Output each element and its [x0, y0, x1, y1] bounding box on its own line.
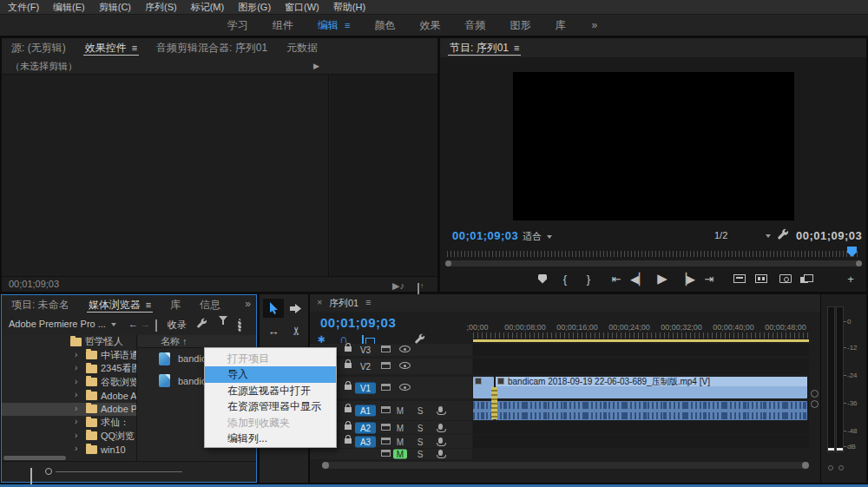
thumbnail-view-icon[interactable] [30, 469, 32, 484]
program-time-ruler[interactable] [447, 251, 860, 257]
expand-chevron-icon[interactable]: › [75, 417, 77, 426]
effect-controls-tab[interactable]: 源: (无剪辑) [2, 38, 76, 57]
ingest-checkbox[interactable] [155, 320, 157, 331]
sync-lock-icon[interactable] [381, 438, 391, 444]
mic-record-icon[interactable] [438, 450, 443, 456]
extract-icon[interactable] [750, 269, 773, 288]
workspace-tab[interactable]: 库 [555, 18, 565, 33]
mute-button[interactable]: M [393, 437, 407, 446]
go-to-in-icon[interactable]: ⇤ [605, 269, 628, 288]
track-name-badge[interactable]: A2 [355, 422, 376, 433]
audio-clip[interactable] [496, 401, 807, 420]
panel-menu-icon[interactable]: ≡ [345, 20, 350, 30]
tree-item[interactable]: ›Adobe Pre [2, 403, 136, 417]
sync-lock-icon[interactable] [381, 346, 391, 352]
mark-in-icon[interactable]: { [554, 269, 576, 288]
panel-menu-icon[interactable]: ≡ [132, 43, 137, 53]
tab-program[interactable]: 节目: 序列01≡ [440, 38, 529, 57]
track-name-badge[interactable]: V3 [355, 345, 376, 356]
track-name-badge[interactable]: V2 [355, 361, 376, 372]
solo-button[interactable]: S [413, 423, 427, 432]
source-dropdown[interactable]: Adobe Premiere Pro ... [9, 319, 116, 329]
track-name-badge[interactable]: A3 [355, 436, 376, 447]
track-name-badge[interactable]: A1 [355, 405, 376, 417]
workspace-tab[interactable]: 编辑≡ [318, 18, 350, 33]
workspace-tab[interactable]: 学习 [227, 18, 248, 33]
step-forward-icon[interactable]: ▕▶ [675, 269, 698, 288]
tree-horizontal-scrollbar[interactable] [3, 456, 66, 460]
menu-item[interactable]: 剪辑(C) [99, 1, 131, 14]
workspace-tab[interactable]: 音频 [464, 18, 485, 33]
back-arrow-icon[interactable]: ← [128, 319, 138, 329]
expand-chevron-icon[interactable]: › [75, 404, 77, 413]
track-content[interactable] [473, 435, 809, 448]
panel-overflow-icon[interactable]: » [245, 298, 251, 310]
video-clip[interactable]: bandicam 2018-09-19 22-06-03-689_压制版.mp4… [496, 377, 807, 398]
program-scrollbar[interactable] [445, 260, 862, 267]
zoom-level-select[interactable]: 适合 [523, 230, 552, 243]
timeline-horizontal-scrollbar[interactable] [322, 462, 809, 469]
workspace-tab[interactable]: 组件 [273, 18, 293, 33]
zoom-slider-track[interactable] [56, 471, 182, 472]
lock-icon[interactable] [345, 346, 352, 352]
eye-toggle-icon[interactable] [399, 346, 411, 352]
keyframe-marker[interactable] [491, 387, 497, 419]
tree-item[interactable]: ›2345看图 [2, 362, 136, 376]
lock-icon[interactable] [345, 424, 352, 430]
settings-wrench-icon[interactable] [777, 228, 789, 244]
sync-lock-icon[interactable] [381, 450, 391, 457]
timeline-ruler-ticks[interactable] [473, 332, 809, 339]
button-editor-icon[interactable]: + [839, 269, 862, 288]
sync-lock-icon[interactable] [381, 384, 391, 391]
workspace-overflow-icon[interactable]: » [591, 19, 597, 31]
sync-lock-icon[interactable] [381, 424, 391, 431]
panel-menu-icon[interactable]: ≡ [514, 43, 519, 53]
expand-chevron-icon[interactable]: › [75, 444, 77, 453]
wrench-icon[interactable] [196, 318, 207, 331]
effect-controls-tab[interactable]: 音频剪辑混合器: 序列01 [147, 38, 277, 57]
master-mute-button[interactable]: M [393, 450, 407, 459]
track-content[interactable] [473, 359, 809, 374]
menu-item[interactable]: 编辑(E) [53, 1, 85, 14]
menu-item[interactable]: 标记(M) [191, 1, 225, 14]
step-back-icon[interactable]: ◀▏ [628, 269, 650, 288]
play-icon[interactable]: ▶ [651, 269, 674, 288]
project-tab[interactable]: 库 [161, 295, 190, 314]
tree-item[interactable]: ›QQ浏览 [2, 430, 136, 444]
track-select-forward-tool[interactable] [286, 299, 306, 318]
project-tab[interactable]: 媒体浏览器≡ [79, 295, 161, 314]
add-marker-icon[interactable] [531, 269, 554, 288]
workspace-tab[interactable]: 图形 [510, 18, 530, 33]
workspace-tab[interactable]: 颜色 [374, 18, 395, 33]
tree-item[interactable]: ›Adobe Ac [2, 389, 136, 403]
menu-item[interactable]: 窗口(W) [285, 1, 319, 14]
menu-item[interactable]: 帮助(H) [333, 1, 365, 14]
context-menu-item[interactable]: 在资源管理器中显示 [205, 398, 336, 414]
panel-menu-icon[interactable]: ≡ [365, 297, 371, 307]
tree-item[interactable]: 哲学怪人 [2, 335, 136, 349]
track-name-badge[interactable]: V1 [355, 382, 376, 393]
ingest-settings-gear-icon[interactable] [238, 320, 241, 331]
sequence-tab[interactable]: 序列01 [329, 297, 358, 310]
expand-chevron-icon[interactable]: › [75, 377, 77, 386]
project-tab[interactable]: 信息 [190, 295, 230, 314]
expand-chevron-icon[interactable]: › [75, 363, 77, 372]
eye-toggle-icon[interactable] [399, 384, 411, 391]
workspace-tab[interactable]: 效果 [419, 18, 440, 33]
ripple-edit-tool[interactable]: ↔ [263, 321, 284, 340]
solo-button[interactable]: S [413, 437, 427, 446]
timeline-ruler-labels[interactable]: ;00;0000;00;08;0000;00;16;0000;00;24;000… [473, 323, 809, 332]
forward-arrow-icon[interactable]: → [141, 319, 150, 329]
track-content[interactable] [473, 421, 809, 434]
comparison-view-icon[interactable] [795, 269, 818, 288]
expand-arrow-icon[interactable]: ▶ [313, 57, 319, 75]
solo-left-icon[interactable] [828, 465, 833, 471]
eye-toggle-icon[interactable] [399, 362, 411, 369]
mute-button[interactable]: M [393, 423, 407, 432]
tree-item[interactable]: ›中译语通 [2, 349, 136, 363]
sync-lock-icon[interactable] [381, 406, 391, 413]
panel-menu-icon[interactable]: ≡ [146, 299, 151, 310]
filter-funnel-icon[interactable] [219, 321, 227, 332]
menu-item[interactable]: 文件(F) [8, 1, 39, 14]
effect-controls-tab[interactable]: 效果控件≡ [76, 38, 147, 57]
